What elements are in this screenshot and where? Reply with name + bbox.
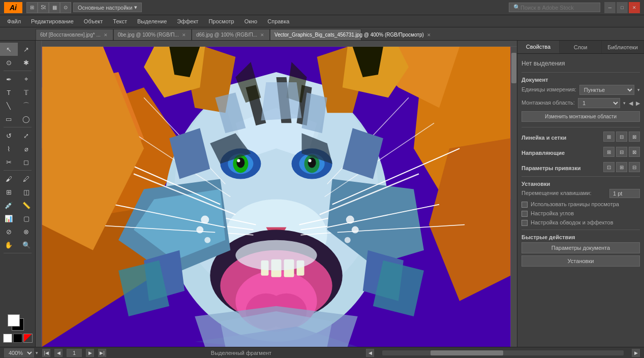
keyboard-move-input[interactable] <box>609 189 640 198</box>
fill-stroke-swatches[interactable] <box>8 314 28 333</box>
tool-scale[interactable]: ⤢ <box>18 129 36 142</box>
menu-effect[interactable]: Эффект <box>172 17 203 25</box>
tool-direct-select[interactable]: ↗ <box>18 43 36 56</box>
doc-settings-button[interactable]: Параметры документа <box>522 242 640 253</box>
tool-eraser[interactable]: ◻ <box>18 155 36 169</box>
snap-icon-3[interactable]: ⊟ <box>629 162 640 172</box>
menu-text[interactable]: Текст <box>108 17 132 25</box>
ruler-icon-1[interactable]: ⊞ <box>603 132 615 142</box>
tool-lasso[interactable]: ⊙ <box>0 56 18 69</box>
search-input[interactable] <box>520 5 592 11</box>
canvas-inner[interactable] <box>42 47 511 347</box>
guide-icon-2[interactable]: ⊟ <box>616 147 627 157</box>
zoom-select[interactable]: 400% 100% 200% 50% <box>4 348 34 357</box>
panel-tab-layers[interactable]: Слои <box>560 41 602 53</box>
workspace-selector[interactable]: Основные настройки ▾ <box>73 3 142 12</box>
page-number-input[interactable] <box>67 349 82 357</box>
horizontal-scrollbar[interactable] <box>382 350 624 355</box>
menu-window[interactable]: Окно <box>239 17 263 25</box>
tab-2[interactable]: d66.jpg @ 100% (RGB/П... ✕ <box>192 29 270 40</box>
tool-ellipse[interactable]: ◯ <box>18 112 36 125</box>
nav-prev-button[interactable]: ◀ <box>54 349 63 357</box>
title-tool-3[interactable]: ▦ <box>49 2 60 13</box>
title-tool-4[interactable]: ⊙ <box>60 2 71 13</box>
snap-icon-2[interactable]: ⊞ <box>616 162 627 172</box>
maximize-button[interactable]: □ <box>617 2 628 13</box>
nav-first-button[interactable]: |◀ <box>42 349 50 357</box>
guide-icon-1[interactable]: ⊞ <box>603 147 615 157</box>
v-scrollbar-thumb[interactable] <box>511 53 516 83</box>
tool-gradient[interactable]: ◫ <box>18 185 36 199</box>
tool-warp[interactable]: ⌀ <box>18 142 36 155</box>
tab-3[interactable]: Vector_Graphics_Big_cats_456731.jpg @ 40… <box>270 29 361 40</box>
close-tab-0[interactable]: ✕ <box>104 32 108 38</box>
tool-touch-type[interactable]: 𝕋 <box>18 86 36 99</box>
artwork-canvas[interactable] <box>42 47 511 347</box>
close-tab-2[interactable]: ✕ <box>260 32 264 38</box>
tool-magic-wand[interactable]: ✱ <box>18 56 36 69</box>
cb-corner[interactable] <box>522 211 528 217</box>
status-prev-button[interactable]: ◀ <box>366 349 374 357</box>
fill-swatch[interactable] <box>8 314 20 327</box>
none-swatch[interactable] <box>23 334 33 343</box>
panel-tab-libraries[interactable]: Библиотеки <box>602 41 644 53</box>
tool-reshape[interactable]: ⌇ <box>0 142 18 155</box>
h-scrollbar-thumb[interactable] <box>431 350 503 355</box>
ruler-icon-2[interactable]: ⊟ <box>616 132 627 142</box>
white-swatch[interactable] <box>3 334 12 343</box>
tool-paintbrush[interactable]: 🖌 <box>0 172 18 185</box>
tool-measure[interactable]: 📏 <box>18 199 36 212</box>
menu-select[interactable]: Выделение <box>132 17 172 25</box>
tool-type[interactable]: T <box>0 86 18 99</box>
tool-line[interactable]: ╲ <box>0 99 18 112</box>
tool-slice2[interactable]: ⊗ <box>18 225 36 238</box>
snap-icon-1[interactable]: ⊡ <box>603 162 615 172</box>
tool-arc[interactable]: ⌒ <box>18 99 36 112</box>
status-next-button[interactable]: ▶ <box>632 349 640 357</box>
title-tool-2[interactable]: St <box>38 2 49 13</box>
ruler-icon-3[interactable]: ⊠ <box>629 132 640 142</box>
tool-rotate[interactable]: ↺ <box>0 129 18 142</box>
title-tool-1[interactable]: ⊞ <box>26 2 38 13</box>
tool-pen[interactable]: ✒ <box>0 73 18 86</box>
tool-mesh[interactable]: ⊞ <box>0 185 18 199</box>
close-tab-3[interactable]: ✕ <box>427 32 431 38</box>
nav-last-button[interactable]: ▶| <box>98 349 106 357</box>
menu-view[interactable]: Просмотр <box>203 17 239 25</box>
tool-rect[interactable]: ▭ <box>0 112 18 125</box>
menu-edit[interactable]: Редактирование <box>26 17 79 25</box>
nav-next-button[interactable]: ▶ <box>86 349 94 357</box>
tool-slice[interactable]: ⊘ <box>0 225 18 238</box>
tab-1[interactable]: 0be.jpg @ 100% (RGB/П... ✕ <box>113 29 192 40</box>
tool-scissors[interactable]: ✂ <box>0 155 18 169</box>
guide-icon-3[interactable]: ⊠ <box>629 147 640 157</box>
cb-corner-row: Настройка углов <box>522 210 640 217</box>
tool-select[interactable]: ↖ <box>0 43 18 56</box>
tool-hand[interactable]: ✋ <box>0 238 18 251</box>
artboard-select[interactable]: 1 2 <box>578 98 620 108</box>
minimize-button[interactable]: ─ <box>604 2 616 13</box>
units-select[interactable]: Пунктье Пикселы Миллиметры Сантиметры <box>579 85 634 95</box>
tab-0[interactable]: 6bf [Восстановлен].jpg* ... ✕ <box>36 29 113 40</box>
panel-tab-properties[interactable]: Свойства <box>517 41 560 53</box>
tool-eyedropper[interactable]: 💉 <box>0 199 18 212</box>
tool-blob[interactable]: 🖊 <box>18 172 36 185</box>
cb-view-bounds[interactable] <box>522 202 528 208</box>
artboard-prev-icon[interactable]: ◀ <box>629 100 633 107</box>
preferences-button[interactable]: Установки <box>522 255 640 267</box>
menu-help[interactable]: Справка <box>262 17 294 25</box>
cb-stroke[interactable] <box>522 220 528 226</box>
vertical-scrollbar[interactable] <box>511 47 517 347</box>
close-tab-1[interactable]: ✕ <box>182 32 186 38</box>
change-artboard-button[interactable]: Изменить монтажные области <box>522 111 640 122</box>
menu-object[interactable]: Объект <box>79 17 108 25</box>
search-box[interactable]: 🔍 <box>509 3 600 12</box>
tool-curvature[interactable]: ⌖ <box>18 73 36 86</box>
tool-barchart[interactable]: 📊 <box>0 212 18 225</box>
black-swatch[interactable] <box>13 334 22 343</box>
close-button[interactable]: ✕ <box>629 2 640 13</box>
artboard-next-icon[interactable]: ▶ <box>636 100 640 107</box>
tool-artboard[interactable]: ▢ <box>18 212 36 225</box>
tool-zoom[interactable]: 🔍 <box>18 238 36 251</box>
menu-file[interactable]: Файл <box>2 17 26 25</box>
